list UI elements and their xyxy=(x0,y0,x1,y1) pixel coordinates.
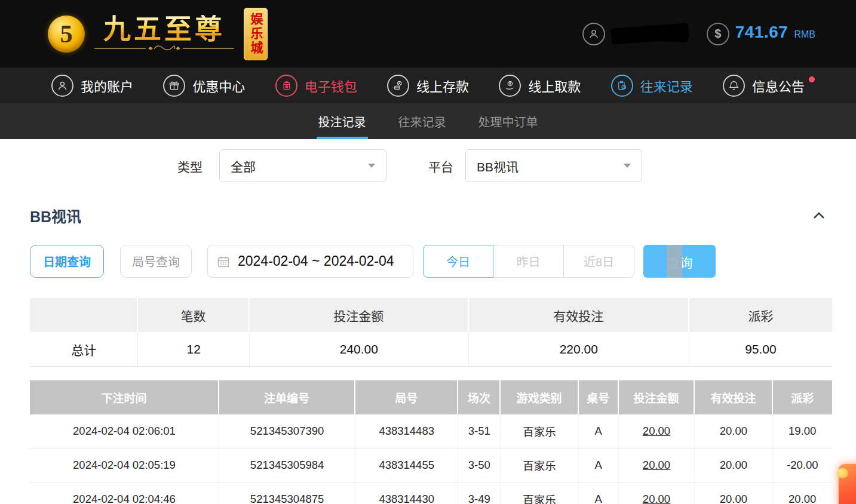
cell-bet-id: 521345305984 xyxy=(219,448,355,483)
cell-valid-bet: 20.00 xyxy=(695,483,772,504)
cell-bet-id: 521345307390 xyxy=(219,414,355,448)
wallet-icon xyxy=(275,75,297,97)
table-row: 2024-02-04 02:06:01 521345307390 4383144… xyxy=(30,414,832,448)
summary-table: 笔数 投注金额 有效投注 派彩 总计 12 240.00 220.00 95.0… xyxy=(30,298,832,367)
platform-filter-label: 平台 xyxy=(428,157,453,175)
summary-header-cell: 派彩 xyxy=(689,298,832,332)
type-select-value: 全部 xyxy=(231,157,256,175)
withdraw-icon xyxy=(499,75,521,97)
cell-bet-amount-link[interactable]: 20.00 xyxy=(619,448,695,483)
scrollbar-thumb[interactable] xyxy=(667,245,682,278)
nav-item-my-account[interactable]: 我的账户 xyxy=(51,75,133,97)
cell-game-type: 百家乐 xyxy=(501,483,578,504)
col-header-bet-id: 注单编号 xyxy=(219,380,355,414)
cell-bet-time: 2024-02-04 02:04:46 xyxy=(30,483,219,504)
cell-payout-negative: -20.00 xyxy=(773,448,832,483)
site-title: 九五至尊 xyxy=(103,15,225,44)
cell-session: 3-50 xyxy=(458,448,501,483)
cell-valid-bet: 20.00 xyxy=(695,448,772,483)
summary-total-row: 总计 12 240.00 220.00 95.00 xyxy=(30,332,832,367)
date-query-button[interactable]: 日期查询 xyxy=(30,245,104,278)
caret-down-icon xyxy=(368,164,375,168)
cell-bet-time: 2024-02-04 02:06:01 xyxy=(30,414,219,448)
subtab-bar: 投注记录 往来记录 处理中订单 xyxy=(0,103,856,139)
cell-game-type: 百家乐 xyxy=(501,414,578,448)
col-header-session: 场次 xyxy=(458,380,501,414)
cell-table-no: A xyxy=(579,483,619,504)
summary-header-cell xyxy=(30,298,138,332)
cell-payout: 20.00 xyxy=(773,483,832,504)
user-account-chip[interactable] xyxy=(582,23,689,45)
section-header: BB视讯 xyxy=(30,205,827,226)
cell-bet-amount-link[interactable]: 20.00 xyxy=(619,483,695,504)
top-header: 5 九五至尊 娱乐城 $ 741.67 RM xyxy=(0,0,856,67)
summary-header-row: 笔数 投注金额 有效投注 派彩 xyxy=(30,298,832,332)
red-envelope-widget[interactable] xyxy=(839,464,856,504)
summary-header-cell: 笔数 xyxy=(138,298,250,332)
logo-badge: 娱乐城 xyxy=(244,8,268,60)
cell-table-no: A xyxy=(579,414,619,448)
nav-item-announcements[interactable]: 信息公告 xyxy=(723,75,805,97)
col-header-bet-amount: 投注金额 xyxy=(619,380,695,414)
last8days-button[interactable]: 近8日 xyxy=(564,245,634,278)
summary-header-cell: 有效投注 xyxy=(469,298,689,332)
cell-session: 3-51 xyxy=(458,414,501,448)
tab-bet-records[interactable]: 投注记录 xyxy=(317,103,368,139)
balance-amount: 741.67 xyxy=(735,23,788,42)
cell-bet-time: 2024-02-04 02:05:19 xyxy=(30,448,219,483)
summary-count: 12 xyxy=(138,332,250,367)
date-range-value: 2024-02-04 ~ 2024-02-04 xyxy=(238,253,394,269)
person-icon xyxy=(51,75,73,97)
summary-bet-amount: 240.00 xyxy=(250,332,469,367)
table-header-row: 下注时间 注单编号 局号 场次 游戏类别 桌号 投注金额 有效投注 派彩 xyxy=(30,380,832,414)
calendar-icon xyxy=(216,254,231,269)
cell-round: 438314483 xyxy=(355,414,458,448)
round-query-button[interactable]: 局号查询 xyxy=(120,245,192,278)
chevron-up-icon[interactable] xyxy=(811,209,827,222)
table-row: 2024-02-04 02:04:46 521345304875 4383144… xyxy=(30,483,832,504)
col-header-valid-bet: 有效投注 xyxy=(695,380,772,414)
bell-icon xyxy=(723,75,745,97)
cell-round: 438314455 xyxy=(355,448,458,483)
nav-item-deposit[interactable]: 线上存款 xyxy=(387,75,469,97)
site-logo[interactable]: 5 九五至尊 娱乐城 xyxy=(48,8,268,60)
nav-item-withdraw[interactable]: 线上取款 xyxy=(499,75,581,97)
deposit-icon xyxy=(387,75,409,97)
nav-item-ewallet[interactable]: 电子钱包 xyxy=(275,75,357,97)
col-header-payout: 派彩 xyxy=(773,380,832,414)
tab-transaction-records[interactable]: 往来记录 xyxy=(397,103,448,139)
logo-emblem-icon: 5 xyxy=(48,16,85,53)
table-row: 2024-02-04 02:05:19 521345305984 4383144… xyxy=(30,448,832,483)
search-button[interactable]: 查询 xyxy=(643,245,716,278)
tab-processing-orders[interactable]: 处理中订单 xyxy=(477,103,540,139)
col-header-round: 局号 xyxy=(355,380,458,414)
query-controls: 日期查询 局号查询 2024-02-04 ~ 2024-02-04 今日 昨日 … xyxy=(30,245,826,278)
avatar-icon xyxy=(582,23,605,45)
platform-select[interactable]: BB视讯 xyxy=(465,149,642,182)
cell-bet-amount-link[interactable]: 20.00 xyxy=(619,414,695,448)
notification-dot xyxy=(809,76,815,82)
col-header-bet-time: 下注时间 xyxy=(30,380,219,414)
section-title: BB视讯 xyxy=(30,205,81,226)
today-button[interactable]: 今日 xyxy=(423,245,493,278)
date-range-picker[interactable]: 2024-02-04 ~ 2024-02-04 xyxy=(207,245,413,278)
platform-select-value: BB视讯 xyxy=(477,157,518,175)
cell-session: 3-49 xyxy=(458,483,501,504)
records-icon xyxy=(611,75,633,97)
cell-payout: 19.00 xyxy=(773,414,832,448)
nav-item-promotions[interactable]: 优惠中心 xyxy=(163,75,245,97)
gift-icon xyxy=(163,75,185,97)
summary-total-label: 总计 xyxy=(30,332,138,367)
nav-item-records[interactable]: 往来记录 xyxy=(611,75,693,97)
yesterday-button[interactable]: 昨日 xyxy=(493,245,564,278)
type-select[interactable]: 全部 xyxy=(219,149,386,182)
balance-currency: RMB xyxy=(794,29,815,40)
col-header-game-type: 游戏类别 xyxy=(501,380,578,414)
bet-records-table: 下注时间 注单编号 局号 场次 游戏类别 桌号 投注金额 有效投注 派彩 202… xyxy=(30,380,832,504)
cell-bet-id: 521345304875 xyxy=(219,483,355,504)
quick-date-segmented: 今日 昨日 近8日 xyxy=(423,245,634,278)
cell-round: 438314430 xyxy=(355,483,458,504)
balance-chip[interactable]: $ 741.67 RMB xyxy=(707,23,815,45)
filter-row: 类型 全部 平台 BB视讯 xyxy=(0,149,856,182)
summary-payout: 95.00 xyxy=(689,332,832,367)
